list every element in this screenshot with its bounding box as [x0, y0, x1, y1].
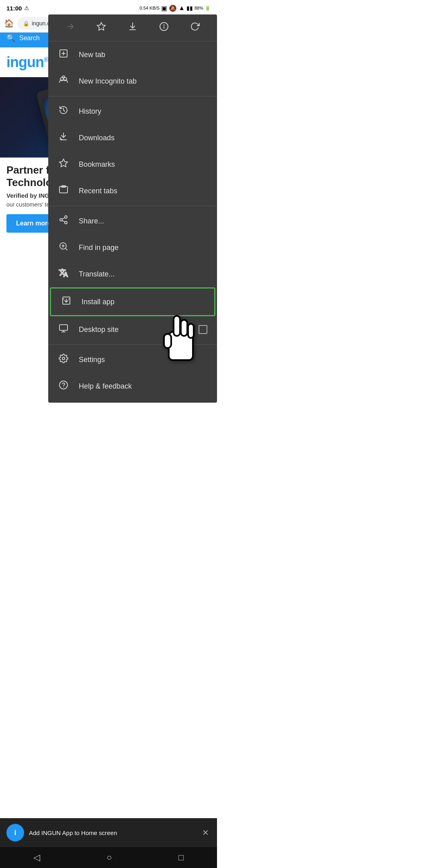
- new-tab-icon: [58, 49, 69, 61]
- menu-item-bookmarks[interactable]: Bookmarks: [48, 151, 217, 178]
- battery-icon: 🔋: [205, 6, 211, 11]
- mute-icon: 🔕: [169, 4, 177, 12]
- settings-icon: [58, 354, 69, 366]
- menu-toolbar: [48, 14, 217, 41]
- svg-rect-9: [62, 76, 65, 78]
- menu-item-history[interactable]: History: [48, 98, 217, 125]
- svg-rect-30: [164, 334, 171, 348]
- battery-level: 88%: [194, 6, 203, 10]
- search-icon: 🔍: [6, 34, 15, 43]
- status-bar: 11:00 ⚠ 0.54 KB/S ▣ 🔕 ▲ ▮▮ 88% 🔋: [0, 0, 217, 14]
- lock-icon: 🔒: [23, 20, 29, 27]
- menu-item-new-tab[interactable]: New tab: [48, 41, 217, 68]
- new-tab-label: New tab: [79, 51, 105, 59]
- new-incognito-tab-label: New Incognito tab: [79, 77, 137, 86]
- info-icon[interactable]: [156, 20, 172, 35]
- download-icon[interactable]: [125, 20, 141, 35]
- svg-line-16: [62, 221, 65, 222]
- menu-item-recent-tabs[interactable]: Recent tabs: [48, 178, 217, 204]
- install-app-label: Install app: [82, 298, 115, 306]
- settings-label: Settings: [79, 356, 105, 364]
- share-icon: [58, 215, 69, 227]
- translate-icon: [58, 268, 69, 280]
- history-label: History: [79, 107, 101, 116]
- svg-point-26: [62, 357, 65, 360]
- find-in-page-label: Find in page: [79, 244, 119, 252]
- bookmark-star-icon[interactable]: [93, 20, 109, 35]
- status-icons: 0.54 KB/S ▣ 🔕 ▲ ▮▮ 88% 🔋: [140, 4, 211, 12]
- menu-item-share[interactable]: Share...: [48, 208, 217, 234]
- divider-2: [48, 206, 217, 206]
- svg-rect-32: [181, 320, 187, 336]
- find-in-page-icon: [58, 242, 69, 254]
- divider-1: [48, 96, 217, 96]
- help-feedback-label: Help & feedback: [79, 382, 132, 391]
- desktop-site-icon: [58, 323, 69, 336]
- wifi-icon: ▲: [178, 4, 185, 12]
- downloads-icon: [58, 132, 69, 144]
- incognito-icon: [58, 75, 69, 87]
- recent-tabs-label: Recent tabs: [79, 187, 117, 195]
- share-label: Share...: [79, 217, 104, 225]
- svg-rect-23: [59, 325, 68, 330]
- menu-item-downloads[interactable]: Downloads: [48, 125, 217, 151]
- history-icon: [58, 105, 69, 117]
- install-app-icon: [61, 296, 72, 308]
- downloads-label: Downloads: [79, 134, 115, 142]
- svg-rect-31: [174, 316, 180, 336]
- svg-rect-33: [188, 324, 194, 338]
- svg-marker-10: [59, 159, 68, 167]
- warning-icon: ⚠: [24, 5, 29, 11]
- bookmarks-icon: [58, 158, 69, 170]
- menu-item-help-feedback[interactable]: Help & feedback: [48, 373, 217, 399]
- translate-label: Translate...: [79, 270, 115, 278]
- signal-icon: ▮▮: [186, 5, 193, 11]
- help-icon: [58, 380, 69, 392]
- menu-item-translate[interactable]: Translate...: [48, 261, 217, 287]
- cursor-hand: [161, 312, 201, 370]
- svg-marker-0: [97, 23, 105, 30]
- bookmarks-label: Bookmarks: [79, 160, 115, 169]
- svg-line-19: [66, 248, 67, 250]
- recent-tabs-icon: [58, 185, 69, 197]
- status-time: 11:00: [6, 5, 22, 12]
- search-text: Search: [19, 35, 40, 42]
- menu-item-find-in-page[interactable]: Find in page: [48, 234, 217, 261]
- forward-icon[interactable]: [62, 20, 78, 35]
- refresh-icon[interactable]: [187, 20, 203, 35]
- svg-line-17: [62, 218, 65, 219]
- menu-item-new-incognito-tab[interactable]: New Incognito tab: [48, 68, 217, 94]
- nfc-icon: ▣: [161, 4, 167, 12]
- network-speed: 0.54 KB/S: [140, 6, 160, 10]
- home-nav-icon[interactable]: 🏠: [4, 18, 14, 28]
